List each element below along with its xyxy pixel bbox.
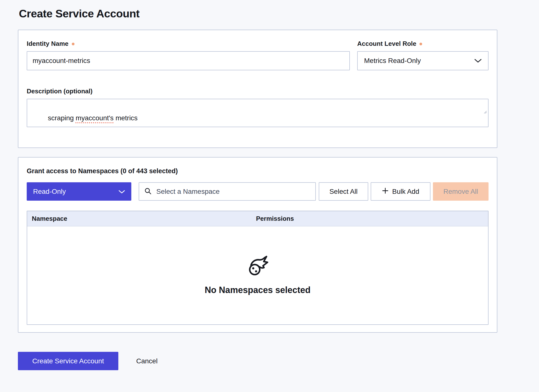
comet-icon (247, 256, 269, 279)
identity-name-input[interactable] (27, 51, 350, 70)
identity-details-card: Identity Name Account Level Role Metrics… (18, 30, 497, 148)
description-textarea[interactable]: scraping myaccount's metrics (27, 99, 489, 127)
account-level-role-label-text: Account Level Role (357, 40, 416, 47)
resize-grip-icon[interactable] (464, 98, 487, 126)
namespaces-heading: Grant access to Namespaces (0 of 443 sel… (27, 167, 489, 175)
column-header-permissions: Permissions (256, 215, 294, 222)
remove-all-label: Remove All (443, 188, 478, 196)
namespaces-table-body: No Namespaces selected (27, 226, 488, 324)
required-dot (419, 43, 422, 45)
chevron-down-icon (474, 57, 482, 65)
description-misspelled-word: myaccount's (76, 114, 114, 122)
namespaces-table: Namespace Permissions No Namespaces sele… (27, 211, 489, 325)
description-text-prefix: scraping (48, 114, 76, 122)
identity-name-label: Identity Name (27, 40, 350, 47)
column-header-namespace: Namespace (27, 215, 256, 222)
account-level-role-value: Metrics Read-Only (364, 57, 421, 65)
description-text-suffix: metrics (114, 114, 138, 122)
select-all-button[interactable]: Select All (319, 182, 368, 201)
description-label: Description (optional) (27, 87, 489, 95)
permission-role-dropdown[interactable]: Read-Only (27, 182, 131, 201)
required-dot (72, 43, 74, 45)
description-label-text: Description (optional) (27, 87, 93, 95)
plus-icon (382, 187, 389, 196)
cancel-button[interactable]: Cancel (135, 357, 159, 365)
search-icon (144, 187, 152, 196)
chevron-down-icon (119, 188, 125, 196)
identity-name-label-text: Identity Name (27, 40, 69, 47)
account-level-role-select[interactable]: Metrics Read-Only (357, 51, 489, 70)
page-title: Create Service Account (19, 7, 539, 20)
create-service-account-button[interactable]: Create Service Account (18, 352, 118, 370)
remove-all-button[interactable]: Remove All (433, 182, 489, 201)
namespaces-card: Grant access to Namespaces (0 of 443 sel… (18, 157, 497, 333)
bulk-add-label: Bulk Add (392, 188, 419, 196)
permission-role-value: Read-Only (33, 188, 66, 196)
namespace-search-box (139, 182, 316, 201)
empty-state-message: No Namespaces selected (205, 285, 310, 295)
select-all-label: Select All (329, 188, 357, 196)
footer-actions: Create Service Account Cancel (18, 352, 539, 370)
create-service-account-page: Create Service Account Identity Name Acc… (0, 0, 539, 370)
bulk-add-button[interactable]: Bulk Add (371, 182, 430, 201)
namespace-search-input[interactable] (156, 187, 310, 196)
namespaces-toolbar: Read-Only Select All (27, 182, 489, 201)
account-level-role-label: Account Level Role (357, 40, 489, 47)
namespaces-table-header: Namespace Permissions (27, 211, 488, 226)
